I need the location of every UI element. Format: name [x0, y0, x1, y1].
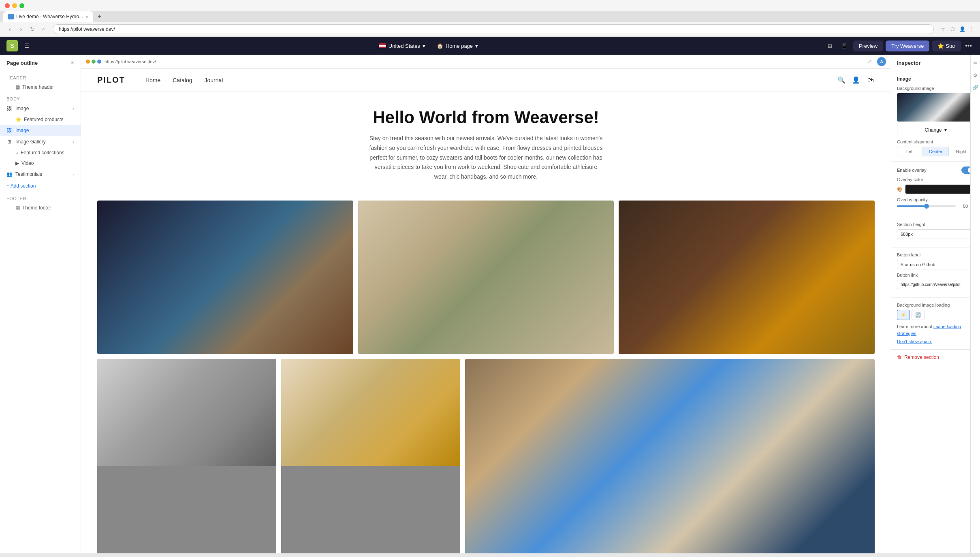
chevron-right-icon-2: ›	[73, 140, 74, 144]
hero-text: Stay on trend this season with our newes…	[369, 134, 604, 182]
button-label-section: Button label Button link	[891, 248, 980, 298]
canvas-toolbar: https://pilot.weaverse.dev/ ⤢ A	[81, 55, 891, 69]
bookmark-icon[interactable]: ☆	[939, 26, 946, 32]
section-height-input[interactable]	[897, 229, 974, 239]
profile-icon[interactable]: 👤	[959, 26, 965, 32]
sidebar-item-featured-collections[interactable]: ○ Featured collections	[0, 147, 81, 158]
locale-selector[interactable]: United States ▾	[375, 41, 429, 51]
responsive-preview-button[interactable]: ⊞	[824, 41, 835, 51]
reload-button[interactable]: ↻	[28, 24, 37, 34]
inspector-title: Inspector	[897, 60, 921, 66]
image-icon-1: 🖼	[6, 106, 12, 111]
sidebar-header: Page outline ×	[0, 55, 81, 71]
more-options-button[interactable]: •••	[963, 41, 974, 51]
gallery-row-2	[97, 359, 875, 553]
new-tab-button[interactable]: +	[95, 12, 105, 21]
link-side-icon[interactable]: 🔗	[972, 84, 979, 91]
close-window-button[interactable]	[5, 3, 10, 8]
star-button[interactable]: ⭐ Star	[932, 41, 961, 51]
sidebar-close-button[interactable]: ×	[71, 60, 74, 66]
search-icon[interactable]: 🔍	[837, 76, 845, 84]
image-gallery	[81, 194, 891, 553]
sidebar-item-featured-products[interactable]: ⭐ Featured products	[0, 114, 81, 125]
sidebar-item-image-1[interactable]: 🖼 Image ›	[0, 103, 81, 114]
browser-tab[interactable]: Live demo - Weaverse Hydro... ×	[3, 11, 93, 22]
try-weaverse-button[interactable]: Try Weaverse	[886, 41, 929, 51]
address-input[interactable]: https://pilot.weaverse.dev/	[53, 24, 934, 34]
url-display: https://pilot.weaverse.dev/	[59, 26, 115, 32]
featured-products-icon: ⭐	[15, 117, 21, 122]
account-icon[interactable]: 👤	[852, 76, 860, 84]
button-label-input[interactable]	[897, 260, 974, 269]
image-inspector-section: Image ▾ Background image Change ▾ Conten…	[891, 71, 980, 162]
content-alignment-label: Content alignment	[897, 139, 974, 144]
loading-option-eager[interactable]: 🔄	[912, 310, 924, 320]
image-section-title: Image	[897, 76, 911, 82]
preview-button[interactable]: Preview	[853, 41, 883, 51]
app-logo: S	[6, 40, 18, 51]
nav-link-home[interactable]: Home	[145, 77, 160, 83]
back-button[interactable]: ‹	[5, 24, 15, 34]
dont-show-again-button[interactable]: Don't show again.	[897, 339, 974, 344]
settings-side-icon[interactable]: ⚙	[972, 72, 979, 79]
minimize-window-button[interactable]	[12, 3, 17, 8]
forward-button[interactable]: ›	[16, 24, 26, 34]
nav-link-catalog[interactable]: Catalog	[173, 77, 192, 83]
left-sidebar: Page outline × Header ▤ Theme header Bod…	[0, 55, 81, 553]
locale-chevron: ▾	[423, 43, 425, 49]
edit-side-icon[interactable]: ✏	[972, 60, 979, 67]
overlay-opacity-row: Overlay opacity 50 %	[897, 197, 974, 209]
opacity-slider-track[interactable]	[897, 205, 956, 207]
bg-image-loading-label: Background image loading	[897, 303, 974, 307]
loading-option-lazy[interactable]: ⚡	[897, 310, 910, 320]
site-navigation: PILOT Home Catalog Journal 🔍 👤 🛍	[81, 69, 891, 92]
remove-section-button[interactable]: 🗑 Remove section	[891, 349, 980, 365]
theme-header-icon: ▤	[15, 84, 20, 90]
canvas-status-dots	[86, 60, 101, 64]
desk-image	[465, 359, 875, 553]
panel-side-icons: ✏ ⚙ 🔗	[970, 55, 980, 553]
add-section-button[interactable]: + Add section	[0, 180, 81, 192]
extensions-icon[interactable]: ⬡	[949, 26, 956, 32]
gallery-image-desk[interactable]	[465, 359, 875, 553]
maximize-window-button[interactable]	[19, 3, 24, 8]
home-icon: 🏠	[437, 43, 443, 49]
change-image-button[interactable]: Change ▾	[897, 125, 974, 135]
gallery-image-hands[interactable]	[97, 359, 276, 553]
testimonials-icon: 👥	[6, 171, 12, 177]
expand-icon[interactable]: ⤢	[866, 58, 874, 66]
nav-link-journal[interactable]: Journal	[205, 77, 223, 83]
user-avatar: A	[877, 57, 886, 66]
overlay-color-swatch[interactable]	[905, 184, 974, 194]
align-center-button[interactable]: Center	[922, 147, 948, 156]
gallery-image-piano[interactable]	[97, 201, 353, 354]
sidebar-toggle-button[interactable]: ☰	[21, 40, 32, 51]
align-left-button[interactable]: Left	[897, 147, 922, 156]
gallery-image-ring[interactable]	[281, 359, 460, 553]
sidebar-item-theme-footer[interactable]: ▤ Theme footer	[0, 203, 81, 213]
canvas-area: https://pilot.weaverse.dev/ ⤢ A PILOT Ho…	[81, 55, 891, 553]
hands-image	[97, 359, 276, 466]
home-button[interactable]: ⌂	[39, 24, 49, 34]
tab-close-button[interactable]: ×	[85, 14, 88, 19]
cart-icon[interactable]: 🛍	[867, 76, 875, 84]
gallery-image-book[interactable]	[358, 201, 614, 354]
sidebar-item-testimonials[interactable]: 👥 Testimonials ›	[0, 169, 81, 180]
sidebar-item-image-active[interactable]: 🖼 Image	[0, 125, 81, 136]
canvas-url-display: https://pilot.weaverse.dev/	[105, 59, 863, 64]
sidebar-item-video[interactable]: ▶ Video	[0, 158, 81, 169]
overlay-section: Enable overlay Overlay color 🎨 Overlay o…	[891, 162, 980, 217]
gallery-image-coffee[interactable]	[619, 201, 875, 354]
settings-icon[interactable]: ⋮	[969, 26, 975, 32]
app-header: S ☰ United States ▾ 🏠 Home page ▾ ⊞ 📱 Pr…	[0, 37, 980, 55]
button-link-input[interactable]	[897, 280, 974, 289]
tab-bar: Live demo - Weaverse Hydro... × +	[0, 11, 980, 22]
opacity-slider-thumb[interactable]	[924, 204, 929, 209]
page-selector[interactable]: 🏠 Home page ▾	[433, 41, 482, 51]
sidebar-item-theme-header[interactable]: ▤ Theme header	[0, 82, 81, 92]
enable-overlay-row: Enable overlay	[897, 166, 974, 174]
header-right-actions: ⊞ 📱 Preview Try Weaverse ⭐ Star •••	[824, 41, 974, 51]
sidebar-item-image-gallery[interactable]: ⊞ Image Gallery ›	[0, 136, 81, 147]
flag-icon	[379, 43, 386, 48]
devices-button[interactable]: 📱	[838, 41, 851, 51]
